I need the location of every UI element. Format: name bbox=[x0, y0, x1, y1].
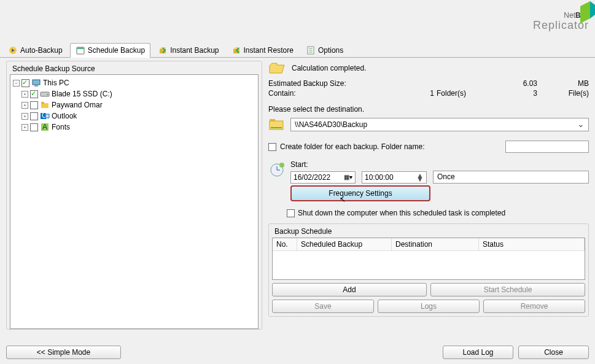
frequency-settings-button[interactable]: Frequency Settings ↖ bbox=[290, 185, 430, 201]
folder-name-input[interactable] bbox=[505, 141, 589, 153]
tab-instant-restore[interactable]: Instant Restore bbox=[227, 43, 298, 57]
tab-schedule-backup-label: Schedule Backup bbox=[88, 46, 145, 55]
files-label: File(s) bbox=[540, 89, 589, 98]
est-size-label: Estimated Backup Size: bbox=[268, 79, 383, 88]
checkbox-outlook[interactable] bbox=[30, 112, 38, 120]
footer: << Simple Mode Load Log Close bbox=[0, 346, 595, 359]
tab-options[interactable]: Options bbox=[301, 43, 348, 57]
tree-node-drive[interactable]: + Blade 15 SSD (C:) bbox=[21, 88, 255, 99]
simple-mode-button[interactable]: << Simple Mode bbox=[6, 346, 121, 359]
folder-open-icon bbox=[268, 61, 286, 76]
svg-rect-21 bbox=[45, 114, 49, 118]
start-date-input[interactable]: 16/02/2022 ▦▾ bbox=[290, 171, 356, 184]
start-schedule-button[interactable]: Start Schedule bbox=[430, 283, 585, 296]
start-time-value: 10:00:00 bbox=[365, 173, 394, 182]
folders-label: Folder(s) bbox=[437, 89, 486, 98]
svg-marker-1 bbox=[590, 1, 595, 18]
frequency-settings-label: Frequency Settings bbox=[329, 189, 392, 198]
tree-node-user[interactable]: + Paywand Omar bbox=[21, 99, 255, 110]
tab-options-label: Options bbox=[318, 46, 343, 55]
checkbox-shutdown[interactable] bbox=[287, 209, 295, 217]
col-status[interactable]: Status bbox=[479, 238, 585, 251]
add-button[interactable]: Add bbox=[272, 283, 427, 296]
start-label: Start: bbox=[290, 160, 589, 169]
svg-rect-4 bbox=[77, 47, 84, 49]
tree-node-outlook[interactable]: + O Outlook bbox=[21, 110, 255, 122]
svg-text:A: A bbox=[42, 123, 47, 131]
tree-label: Paywand Omar bbox=[52, 101, 103, 109]
dest-select[interactable]: \\NAS46AD30\Backup bbox=[290, 118, 589, 131]
remove-button[interactable]: Remove bbox=[483, 300, 585, 313]
cursor-icon: ↖ bbox=[340, 195, 346, 204]
est-size-value: 6.03 bbox=[488, 79, 537, 88]
calendar-dropdown-icon[interactable]: ▦▾ bbox=[344, 174, 352, 180]
col-destination[interactable]: Destination bbox=[392, 238, 479, 251]
tab-schedule-backup[interactable]: Schedule Backup bbox=[70, 43, 150, 58]
pc-icon bbox=[31, 78, 41, 88]
logs-button[interactable]: Logs bbox=[378, 300, 480, 313]
expander-icon[interactable]: + bbox=[21, 102, 28, 109]
files-count: 3 bbox=[488, 89, 537, 98]
instant-backup-icon bbox=[158, 45, 168, 55]
load-log-label: Load Log bbox=[462, 348, 493, 357]
est-size-unit: MB bbox=[540, 79, 589, 88]
col-scheduled-backup[interactable]: Scheduled Backup bbox=[297, 238, 392, 251]
svg-rect-13 bbox=[33, 80, 40, 85]
tree-label: Outlook bbox=[52, 112, 77, 120]
expander-icon[interactable]: + bbox=[21, 124, 28, 131]
brand-net: Net bbox=[564, 11, 575, 20]
start-date-value: 16/02/2022 bbox=[294, 173, 330, 182]
svg-marker-0 bbox=[580, 1, 590, 23]
checkbox-fonts[interactable] bbox=[30, 123, 38, 131]
drive-icon bbox=[40, 89, 50, 99]
calc-completed-label: Calculation completed. bbox=[292, 64, 366, 72]
save-label: Save bbox=[314, 302, 331, 311]
svg-rect-17 bbox=[41, 103, 49, 108]
fonts-icon: A bbox=[40, 122, 50, 132]
checkbox-drive[interactable] bbox=[30, 90, 38, 98]
checkbox-this-pc[interactable] bbox=[21, 79, 29, 87]
tab-instant-restore-label: Instant Restore bbox=[244, 46, 294, 55]
frequency-value: Once bbox=[437, 172, 455, 181]
create-folder-label: Create folder for each backup. Folder na… bbox=[280, 142, 424, 151]
schedule-clock-icon bbox=[268, 161, 286, 179]
dest-label: Please select the destination. bbox=[268, 105, 589, 114]
tab-instant-backup-label: Instant Backup bbox=[170, 46, 219, 55]
checkbox-create-folder[interactable] bbox=[268, 143, 276, 151]
expander-icon[interactable]: + bbox=[21, 113, 28, 120]
folder-icon bbox=[40, 100, 50, 110]
col-no[interactable]: No. bbox=[273, 238, 297, 251]
backup-schedule-title: Backup Schedule bbox=[272, 227, 334, 236]
shutdown-label: Shut down the computer when this schedul… bbox=[298, 209, 505, 217]
tree-node-this-pc[interactable]: − This PC bbox=[13, 77, 255, 88]
source-title: Schedule Backup Source bbox=[10, 64, 98, 73]
add-label: Add bbox=[343, 285, 356, 294]
expander-icon[interactable]: + bbox=[21, 91, 28, 98]
tab-auto-backup[interactable]: Auto-Backup bbox=[3, 43, 68, 57]
dest-value: \\NAS46AD30\Backup bbox=[295, 120, 367, 129]
svg-rect-18 bbox=[41, 102, 44, 104]
schedule-table: No. Scheduled Backup Destination Status bbox=[272, 238, 585, 280]
tree-node-fonts[interactable]: + A Fonts bbox=[21, 122, 255, 133]
time-spinner[interactable]: ▲▼ bbox=[416, 174, 424, 181]
folders-count: 1 bbox=[385, 89, 434, 98]
tab-bar: Auto-Backup Schedule Backup Instant Back… bbox=[0, 43, 595, 58]
start-time-input[interactable]: 10:00:00 ▲▼ bbox=[362, 171, 427, 184]
simple-mode-label: << Simple Mode bbox=[37, 348, 90, 357]
tree-label: Blade 15 SSD (C:) bbox=[52, 90, 112, 98]
load-log-button[interactable]: Load Log bbox=[443, 346, 513, 359]
frequency-display: Once bbox=[433, 171, 589, 184]
svg-rect-25 bbox=[270, 119, 275, 122]
svg-rect-15 bbox=[41, 92, 49, 96]
svg-rect-14 bbox=[34, 85, 38, 87]
schedule-table-body[interactable] bbox=[273, 251, 585, 279]
source-tree[interactable]: − This PC + Blade 15 SSD (C:) + Paywand … bbox=[10, 74, 259, 329]
expander-icon[interactable]: − bbox=[13, 80, 20, 87]
close-button[interactable]: Close bbox=[518, 346, 589, 359]
tree-label: Fonts bbox=[52, 123, 70, 131]
checkbox-user[interactable] bbox=[30, 101, 38, 109]
svg-point-30 bbox=[279, 163, 284, 168]
tab-instant-backup[interactable]: Instant Backup bbox=[153, 43, 224, 57]
auto-backup-icon bbox=[8, 45, 18, 55]
save-button[interactable]: Save bbox=[272, 300, 374, 313]
